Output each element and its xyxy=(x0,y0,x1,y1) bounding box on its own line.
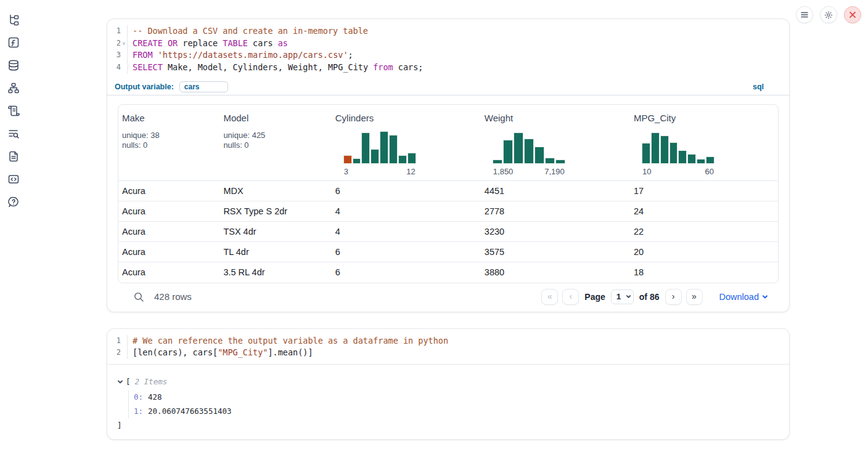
column-histogram: 1060 xyxy=(642,131,714,176)
histogram-bar[interactable] xyxy=(678,150,687,164)
histogram-bar[interactable] xyxy=(555,160,565,164)
data-table: Makeunique: 38nulls: 0Modelunique: 425nu… xyxy=(118,104,779,283)
table-row[interactable]: AcuraMDX6445117 xyxy=(118,181,778,201)
column-name[interactable]: Weight xyxy=(485,113,630,123)
database-icon[interactable] xyxy=(7,59,20,71)
table-body: AcuraMDX6445117AcuraRSX Type S 2dr427782… xyxy=(118,181,778,283)
histogram-bar[interactable] xyxy=(380,131,388,164)
histogram-bar[interactable] xyxy=(407,153,416,163)
settings-button[interactable] xyxy=(820,6,837,23)
code-line: 1# We can reference the output variable … xyxy=(107,335,789,347)
histogram-bars xyxy=(642,131,714,164)
page-select[interactable]: 1 xyxy=(611,289,634,304)
histogram-bar[interactable] xyxy=(545,158,555,164)
line-gutter: 3 xyxy=(107,49,128,62)
table-row[interactable]: Acura3.5 RL 4dr6388018 xyxy=(118,262,778,283)
column-name[interactable]: Model xyxy=(223,113,331,123)
code-token: 'https://datasets.marimo.app/cars.csv' xyxy=(158,50,348,60)
code-token: cars; xyxy=(393,62,424,72)
histogram-bar[interactable] xyxy=(503,140,513,164)
histogram-bar[interactable] xyxy=(361,132,370,163)
download-button[interactable]: Download xyxy=(719,292,769,302)
document-icon[interactable] xyxy=(7,150,20,163)
table-header: Makeunique: 38nulls: 0Modelunique: 425nu… xyxy=(118,105,778,181)
histogram-bar[interactable] xyxy=(651,132,660,163)
histogram-bar[interactable] xyxy=(642,143,650,164)
python-cell: 1# We can reference the output variable … xyxy=(107,328,790,440)
line-gutter: 4 xyxy=(107,62,128,74)
log-search-icon[interactable] xyxy=(7,127,20,140)
code-token: ].mean()] xyxy=(268,347,313,357)
scroll-icon[interactable] xyxy=(7,104,20,117)
histogram-bar[interactable] xyxy=(524,139,534,163)
search-icon[interactable] xyxy=(133,291,144,302)
pagination: « ‹ Page 1 of 86 › » Download xyxy=(541,289,768,305)
histogram-bar[interactable] xyxy=(660,136,669,164)
help-icon[interactable] xyxy=(7,195,20,208)
topbar-actions xyxy=(796,6,861,23)
code-line: 2[len(cars), cars["MPG_City"].mean()] xyxy=(107,347,789,359)
table-row[interactable]: AcuraTSX 4dr4323022 xyxy=(118,222,778,242)
column-name[interactable]: Make xyxy=(122,113,219,123)
python-code-editor[interactable]: 1# We can reference the output variable … xyxy=(107,329,789,364)
table-row[interactable]: AcuraTL 4dr6357520 xyxy=(118,242,778,262)
column-stats: unique: 425nulls: 0 xyxy=(223,131,331,151)
function-icon[interactable] xyxy=(7,36,20,49)
language-badge: sql xyxy=(753,83,764,91)
shutdown-button[interactable] xyxy=(844,6,861,23)
code-text[interactable]: SELECT Make, Model, Cylinders, Weight, M… xyxy=(128,62,423,74)
table-cell: 3575 xyxy=(481,247,630,257)
histogram-bar[interactable] xyxy=(687,154,696,164)
line-number: 2 xyxy=(107,347,121,359)
code-line: 1-- Download a CSV and create an in-memo… xyxy=(107,25,789,38)
line-gutter: 1 xyxy=(107,335,128,347)
histogram-bar[interactable] xyxy=(493,160,502,163)
code-text[interactable]: # We can reference the output variable a… xyxy=(128,335,448,347)
histogram-bar[interactable] xyxy=(398,155,407,164)
table-cell: TSX 4dr xyxy=(219,227,331,237)
tree-entries: 0:4281:20.060747663551403 xyxy=(128,390,789,418)
gear-icon xyxy=(824,10,833,20)
histogram-bar[interactable] xyxy=(706,156,714,164)
collapse-chevron-icon[interactable] xyxy=(117,379,123,385)
line-number: 1 xyxy=(107,335,121,347)
histogram-bar[interactable] xyxy=(353,158,361,163)
code-text[interactable]: [len(cars), cars["MPG_City"].mean()] xyxy=(128,347,313,359)
histogram-bar[interactable] xyxy=(371,149,379,164)
histogram-max-label: 60 xyxy=(705,167,713,176)
table-cell: 22 xyxy=(630,227,778,237)
output-variable-label: Output variable: xyxy=(115,83,174,91)
python-output: [ 2 Items 0:4281:20.060747663551403 ] xyxy=(107,364,789,439)
code-text[interactable]: CREATE OR replace TABLE cars as xyxy=(128,38,288,50)
histogram-bar[interactable] xyxy=(343,155,352,164)
tree-entry: 0:428 xyxy=(134,390,789,405)
file-tree-icon[interactable] xyxy=(7,13,20,26)
column-name[interactable]: Cylinders xyxy=(335,113,481,123)
histogram-bar[interactable] xyxy=(514,132,523,163)
code-text[interactable]: FROM 'https://datasets.marimo.app/cars.c… xyxy=(128,49,353,62)
line-number: 3 xyxy=(107,49,121,62)
menu-button[interactable] xyxy=(796,6,813,23)
output-variable-input[interactable] xyxy=(179,81,228,92)
table-row[interactable]: AcuraRSX Type S 2dr4277824 xyxy=(118,201,778,222)
first-page-button[interactable]: « xyxy=(541,289,558,305)
prev-page-button[interactable]: ‹ xyxy=(562,289,579,305)
histogram-bar[interactable] xyxy=(534,147,544,164)
column-name[interactable]: MPG_City xyxy=(634,113,778,123)
sql-code-editor[interactable]: 1-- Download a CSV and create an in-memo… xyxy=(107,19,789,79)
histogram-bar[interactable] xyxy=(389,135,398,164)
fold-chevron-icon[interactable]: ∨ xyxy=(121,38,127,50)
output-variable-bar: Output variable: sql xyxy=(107,79,789,95)
hamburger-icon xyxy=(800,10,809,19)
code-line: 2∨CREATE OR replace TABLE cars as xyxy=(107,38,789,50)
next-page-button[interactable]: › xyxy=(665,289,682,305)
histogram-max-label: 7,190 xyxy=(544,167,565,176)
code-snippets-icon[interactable] xyxy=(7,172,20,185)
code-text[interactable]: -- Download a CSV and create an in-memor… xyxy=(128,25,368,38)
download-label: Download xyxy=(719,292,760,302)
last-page-button[interactable]: » xyxy=(686,289,703,305)
dependency-graph-icon[interactable] xyxy=(7,81,20,94)
histogram-bar[interactable] xyxy=(669,142,678,164)
table-cell: 6 xyxy=(332,186,481,196)
histogram-bar[interactable] xyxy=(697,159,705,163)
